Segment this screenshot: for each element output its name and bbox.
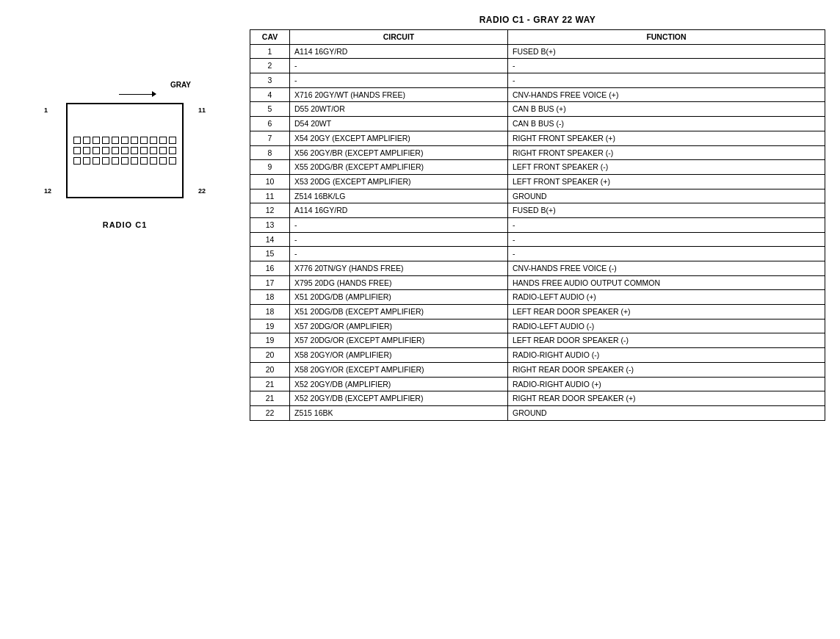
table-header-row: CAV CIRCUIT FUNCTION <box>250 30 825 45</box>
pin <box>159 137 167 144</box>
pin <box>121 147 128 154</box>
table-row: 16X776 20TN/GY (HANDS FREE)CNV-HANDS FRE… <box>250 261 825 276</box>
pin <box>140 147 148 154</box>
cell-function: CNV-HANDS FREE VOICE (-) <box>508 261 825 276</box>
cell-cav: 7 <box>250 131 290 145</box>
pin <box>169 147 176 154</box>
pin <box>93 147 100 154</box>
cell-cav: 14 <box>250 232 290 247</box>
cell-circuit: D55 20WT/OR <box>290 102 508 117</box>
pin-row-1 <box>73 137 176 144</box>
table-title: RADIO C1 - GRAY 22 WAY <box>250 15 825 25</box>
table-row: 1A114 16GY/RDFUSED B(+) <box>250 44 825 59</box>
cell-function: FUSED B(+) <box>508 203 825 218</box>
side-label-11: 11 <box>184 106 206 114</box>
wiring-table: CAV CIRCUIT FUNCTION 1A114 16GY/RDFUSED … <box>250 29 825 421</box>
table-row: 6D54 20WTCAN B BUS (-) <box>250 117 825 131</box>
table-row: 7X54 20GY (EXCEPT AMPLIFIER)RIGHT FRONT … <box>250 131 825 145</box>
table-row: 10X53 20DG (EXCEPT AMPLIFIER)LEFT FRONT … <box>250 174 825 189</box>
cell-function: GROUND <box>508 189 825 203</box>
cell-cav: 22 <box>250 405 290 420</box>
cell-circuit: - <box>290 247 508 261</box>
cell-cav: 4 <box>250 87 290 102</box>
pin <box>121 137 128 144</box>
cell-circuit: D54 20WT <box>290 117 508 131</box>
pin <box>169 157 176 165</box>
side-label-22: 22 <box>184 187 206 195</box>
pin <box>93 157 100 165</box>
cell-function: - <box>508 59 825 73</box>
cell-cav: 9 <box>250 160 290 175</box>
cell-function: RADIO-RIGHT AUDIO (-) <box>508 348 825 363</box>
pin <box>131 157 138 165</box>
table-row: 15-- <box>250 247 825 261</box>
table-row: 12A114 16GY/RDFUSED B(+) <box>250 203 825 218</box>
cell-function: LEFT FRONT SPEAKER (-) <box>508 160 825 175</box>
cell-function: LEFT FRONT SPEAKER (+) <box>508 174 825 189</box>
cell-function: CAN B BUS (-) <box>508 117 825 131</box>
cell-circuit: X58 20GY/OR (AMPLIFIER) <box>290 348 508 363</box>
cell-function: RIGHT REAR DOOR SPEAKER (+) <box>508 391 825 406</box>
cell-cav: 12 <box>250 203 290 218</box>
cell-circuit: Z515 16BK <box>290 405 508 420</box>
pin <box>73 157 81 165</box>
cell-circuit: X716 20GY/WT (HANDS FREE) <box>290 87 508 102</box>
cell-cav: 18 <box>250 290 290 305</box>
side-label-12: 12 <box>44 187 66 195</box>
cell-function: CNV-HANDS FREE VOICE (+) <box>508 87 825 102</box>
connector-box <box>66 103 184 198</box>
cell-circuit: X795 20DG (HANDS FREE) <box>290 275 508 290</box>
table-row: 18X51 20DG/DB (EXCEPT AMPLIFIER)LEFT REA… <box>250 305 825 320</box>
cell-circuit: A114 16GY/RD <box>290 203 508 218</box>
cell-circuit: X776 20TN/GY (HANDS FREE) <box>290 261 508 276</box>
cell-cav: 10 <box>250 174 290 189</box>
pin <box>112 137 119 144</box>
cell-circuit: X55 20DG/BR (EXCEPT AMPLIFIER) <box>290 160 508 175</box>
gray-label: GRAY <box>170 81 191 89</box>
table-row: 2-- <box>250 59 825 73</box>
table-row: 19X57 20DG/OR (EXCEPT AMPLIFIER)LEFT REA… <box>250 333 825 348</box>
connector-diagram: GRAY 1 12 <box>44 59 206 206</box>
cell-cav: 21 <box>250 377 290 391</box>
cell-circuit: - <box>290 232 508 247</box>
cell-function: RIGHT FRONT SPEAKER (+) <box>508 131 825 145</box>
cell-cav: 18 <box>250 305 290 320</box>
cell-circuit: - <box>290 73 508 88</box>
table-row: 21X52 20GY/DB (AMPLIFIER)RADIO-RIGHT AUD… <box>250 377 825 391</box>
cell-function: RADIO-LEFT AUDIO (+) <box>508 290 825 305</box>
cell-function: FUSED B(+) <box>508 44 825 59</box>
cell-circuit: X52 20GY/DB (EXCEPT AMPLIFIER) <box>290 391 508 406</box>
pin-row-2 <box>73 147 176 154</box>
side-labels-right: 11 22 <box>184 103 206 198</box>
table-row: 18X51 20DG/DB (AMPLIFIER)RADIO-LEFT AUDI… <box>250 290 825 305</box>
cell-function: CAN B BUS (+) <box>508 102 825 117</box>
table-row: 20X58 20GY/OR (AMPLIFIER)RADIO-RIGHT AUD… <box>250 348 825 363</box>
cell-cav: 20 <box>250 348 290 363</box>
cell-function: LEFT REAR DOOR SPEAKER (+) <box>508 305 825 320</box>
cell-cav: 19 <box>250 333 290 348</box>
pin <box>83 137 90 144</box>
pin <box>159 157 167 165</box>
pin <box>131 137 138 144</box>
pin <box>121 157 128 165</box>
pin <box>83 157 90 165</box>
cell-circuit: X51 20DG/DB (AMPLIFIER) <box>290 290 508 305</box>
pin <box>150 157 157 165</box>
pin <box>83 147 90 154</box>
cell-circuit: - <box>290 217 508 232</box>
pin <box>140 157 148 165</box>
cell-cav: 5 <box>250 102 290 117</box>
pin <box>169 137 176 144</box>
pin <box>112 147 119 154</box>
cell-circuit: Z514 16BK/LG <box>290 189 508 203</box>
pin <box>140 137 148 144</box>
table-row: 19X57 20DG/OR (AMPLIFIER)RADIO-LEFT AUDI… <box>250 319 825 333</box>
pin <box>150 137 157 144</box>
cell-circuit: X53 20DG (EXCEPT AMPLIFIER) <box>290 174 508 189</box>
cell-circuit: X57 20DG/OR (EXCEPT AMPLIFIER) <box>290 333 508 348</box>
pin <box>73 137 81 144</box>
pin <box>131 147 138 154</box>
cell-circuit: X56 20GY/BR (EXCEPT AMPLIFIER) <box>290 145 508 160</box>
cell-cav: 1 <box>250 44 290 59</box>
pin-row-3 <box>73 157 176 165</box>
